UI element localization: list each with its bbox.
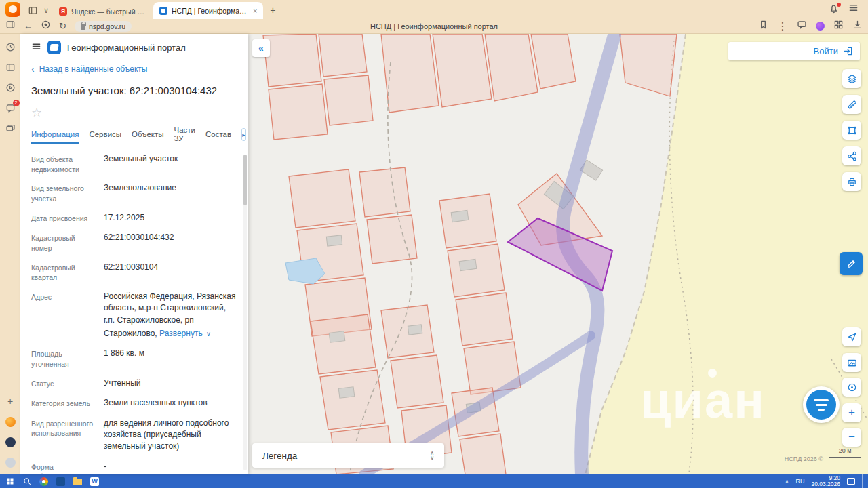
chevron-down-icon: ∨ — [206, 329, 211, 340]
music-play-icon[interactable] — [5, 83, 16, 93]
start-button[interactable] — [1, 474, 18, 488]
zoom-in-button[interactable]: + — [842, 403, 861, 422]
field-row: Вид земельного участкаЗемлепользование — [31, 182, 239, 203]
portal-title: Геоинформационный портал — [67, 43, 186, 53]
field-row: Кадастровый квартал62:21:0030104 — [31, 262, 239, 283]
nspd-favicon — [159, 7, 167, 15]
tray-chevron-icon[interactable]: ∧ — [785, 479, 789, 485]
windows-taskbar: W ∧ RU 9:20 20.03.2026 — [0, 474, 868, 488]
chat-bubble-icon — [806, 390, 836, 420]
field-row-address: Адрес Российская Федерация, Рязанская об… — [31, 291, 239, 340]
add-panel-icon[interactable]: + — [7, 396, 13, 407]
layers-button[interactable] — [842, 69, 861, 88]
taskbar-clock[interactable]: 9:20 20.03.2026 — [811, 475, 840, 487]
extensions-tiles-icon[interactable] — [833, 20, 844, 33]
kebab-menu-icon[interactable]: ⋮ — [777, 20, 788, 33]
new-tab-button[interactable]: + — [266, 3, 279, 18]
browser-side-panel: 2 + — [0, 34, 20, 474]
tab-groups-icon[interactable] — [26, 3, 39, 18]
parcel-title: Земельный участок: 62:21:0030104:432 — [20, 76, 248, 100]
select-area-button[interactable] — [842, 121, 861, 140]
close-tab-icon[interactable]: × — [253, 7, 257, 15]
tab-composition[interactable]: Состав — [205, 125, 231, 144]
browser-tab-nspd[interactable]: НСПД | Геоинформац... × — [153, 2, 263, 19]
taskbar-explorer-icon[interactable] — [69, 474, 86, 488]
object-info-panel: Геоинформационный портал ‹ Назад в найде… — [20, 34, 248, 474]
fields-list: Вид объекта недвижимостиЗемельный участо… — [31, 153, 239, 474]
taskbar-browser-icon[interactable] — [35, 474, 52, 488]
draw-tools-button[interactable] — [840, 252, 863, 275]
notification-center-icon[interactable] — [847, 478, 855, 485]
share-button[interactable] — [842, 146, 861, 165]
browser-logo-icon[interactable] — [5, 2, 20, 17]
lock-icon — [81, 24, 85, 30]
yandex-favicon: Я — [59, 7, 67, 16]
browser-tab-strip: ∨ Я Яндекс — быстрый поиск НСПД | Геоинф… — [0, 0, 868, 19]
cian-watermark: циан — [640, 371, 766, 429]
basemap-button[interactable] — [842, 378, 861, 396]
comments-icon[interactable] — [797, 20, 807, 33]
tab-search-icon[interactable]: ∨ — [39, 3, 53, 18]
tab-services[interactable]: Сервисы — [89, 125, 121, 144]
show-desktop-button[interactable] — [862, 474, 865, 488]
back-chevron-icon: ‹ — [31, 64, 35, 75]
field-row: СтатусУчтенный — [31, 378, 239, 389]
login-icon — [843, 46, 853, 56]
map-canvas[interactable] — [248, 34, 868, 474]
history-icon[interactable] — [5, 42, 16, 52]
bookmarks-panel-icon[interactable] — [5, 62, 16, 73]
field-row: Вид разрешенного использованиядля ведени… — [31, 418, 239, 453]
taskbar-search-icon[interactable] — [18, 474, 35, 488]
login-bar[interactable]: Войти — [728, 42, 860, 60]
tab-information[interactable]: Информация — [31, 125, 79, 144]
overview-map-button[interactable] — [842, 353, 861, 372]
sidebar-toggle-icon[interactable] — [5, 20, 16, 33]
print-button[interactable] — [842, 172, 861, 191]
support-chat-button[interactable] — [803, 386, 840, 423]
locate-me-button[interactable] — [842, 327, 861, 346]
reload-icon[interactable]: ↻ — [59, 21, 66, 31]
scrollbar-thumb[interactable] — [243, 155, 247, 205]
zoom-out-button[interactable]: − — [842, 428, 861, 447]
protect-icon[interactable] — [41, 20, 51, 33]
tabs-scroll-right-button[interactable]: ▸ — [241, 128, 246, 141]
messenger-icon[interactable]: 2 — [5, 103, 16, 113]
taskbar-generic-app-icon[interactable] — [52, 474, 69, 488]
tab-objects[interactable]: Объекты — [132, 125, 163, 144]
field-row: Форма собственности- — [31, 461, 239, 474]
tab-parts[interactable]: Части ЗУ — [174, 125, 196, 144]
notifications-bell-icon[interactable] — [829, 4, 839, 14]
downloads-icon[interactable] — [852, 20, 863, 33]
bookmark-icon[interactable] — [758, 20, 768, 33]
browser-tab-yandex[interactable]: Я Яндекс — быстрый поиск — [53, 3, 153, 19]
collapse-panel-button[interactable]: « — [252, 39, 270, 57]
map-attribution: НСПД 2026 © — [785, 455, 823, 462]
legend-bar[interactable]: Легенда ∧ ∨ — [252, 443, 444, 468]
legend-collapse-icon[interactable]: ∧ ∨ — [430, 451, 434, 460]
alice-assistant-icon[interactable] — [816, 22, 825, 30]
notification-dot — [837, 3, 841, 7]
cadastral-map[interactable]: циан « Войти + − Легенда — [248, 34, 868, 474]
browser-menu-icon[interactable] — [848, 3, 859, 16]
field-row: Площадь уточненная1 886 кв. м — [31, 348, 239, 369]
nspd-portal-logo[interactable] — [47, 41, 61, 54]
portal-menu-icon[interactable] — [31, 41, 41, 54]
measure-ruler-button[interactable] — [842, 95, 861, 114]
back-icon[interactable]: ← — [24, 21, 33, 31]
taskbar-word-icon[interactable]: W — [86, 474, 103, 488]
dark-app-icon[interactable] — [5, 437, 16, 447]
back-to-results-link[interactable]: ‹ Назад в найденные объекты — [20, 58, 248, 76]
browser-toolbar: НСПД | Геоинформационный портал ← ↻ nspd… — [0, 19, 868, 34]
grey-app-icon[interactable] — [5, 458, 16, 468]
favorite-star-icon[interactable]: ☆ — [20, 100, 248, 125]
emoji-app-icon[interactable] — [5, 417, 16, 427]
panel-scrollbar[interactable] — [243, 155, 247, 470]
address-bar[interactable]: nspd.gov.ru — [75, 21, 132, 32]
field-row: Категория земельЗемли населенных пунктов — [31, 397, 239, 409]
field-row: Дата присвоения17.12.2025 — [31, 212, 239, 224]
scale-bar: 20 м — [829, 447, 861, 458]
language-indicator[interactable]: RU — [795, 478, 804, 485]
field-row: Кадастровый номер62:21:0030104:432 — [31, 232, 239, 253]
expand-address-link[interactable]: Развернуть ∨ — [159, 328, 211, 340]
chats-icon[interactable] — [5, 123, 16, 134]
